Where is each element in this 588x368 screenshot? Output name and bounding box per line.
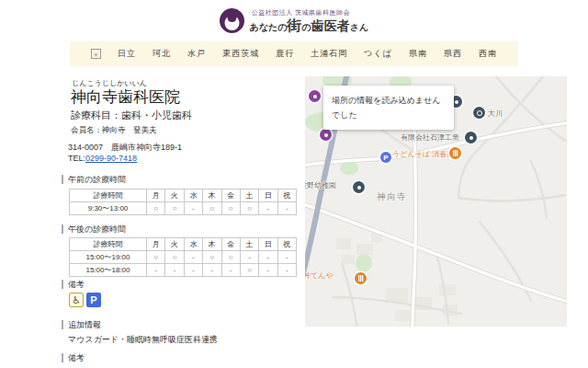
additional-info-text: マウスガード・睡眠時無呼吸症医科連携 (68, 335, 299, 344)
mark-cell: - (221, 264, 240, 277)
map-label-udon: うどんそば 清春屋 (392, 149, 454, 159)
section-remarks2-title: 備考 (68, 353, 85, 362)
section-remarks-2: 備考 (62, 353, 299, 362)
mark-cell: ○ (221, 202, 240, 215)
brand-title: あなたの街の歯医者さん (250, 18, 369, 33)
section-remarks-title: 備考 (68, 280, 85, 289)
section-bar (62, 320, 63, 329)
landmark-poi-icon[interactable] (320, 129, 332, 141)
mark-cell: ○ (240, 264, 258, 277)
nav-item-kensei[interactable]: 県西 (444, 48, 462, 60)
site-logo[interactable]: 公益社団法人 茨城県歯科医師会 あなたの街の歯医者さん (220, 8, 369, 33)
map-canvas[interactable]: 場所の情報を読み込めません でした P P 波野小 大川 有限会社石津工業 うど… (305, 76, 567, 327)
nav-item-tsukuba[interactable]: つくば (364, 48, 392, 60)
section-bar (62, 280, 63, 289)
brand-no: の (302, 23, 311, 32)
clinic-address: 314-0007 鹿嶋市神向寺189-1 (68, 143, 299, 152)
nav-item-tsuchiura-ishioka[interactable]: 土浦石岡 (311, 48, 347, 60)
mark-cell: ○ (203, 202, 221, 215)
mark-cell: - (259, 264, 277, 277)
clinic-tel-row: TEL:0299-90-7418 (68, 154, 299, 163)
clinic-info: じんこうじしかいいん 神向寺歯科医院 診療科目：歯科・小児歯科 会員名：神向寺 … (62, 79, 299, 362)
section-bar (62, 224, 63, 234)
mark-cell: - (240, 251, 258, 264)
site-header: 公益社団法人 茨城県歯科医師会 あなたの街の歯医者さん (0, 0, 588, 41)
restaurant-poi-icon[interactable] (449, 147, 461, 159)
nav-item-seinan[interactable]: 西南 (479, 48, 497, 60)
col-header-time: 診療時間 (70, 190, 147, 202)
col-header-thu: 木 (203, 190, 221, 202)
mark-cell: - (259, 202, 277, 215)
mark-cell: - (203, 264, 221, 277)
col-header-wed: 水 (184, 190, 202, 202)
time-cell: 9:30〜13:00 (70, 202, 147, 215)
map-label-locality: 神向寺 (377, 191, 407, 203)
col-header-mon: 月 (147, 190, 165, 202)
table-row: 15:00〜19:00 ○ ○ - ○ ○ - - - (70, 251, 297, 264)
mark-cell: - (184, 202, 202, 215)
col-header-tue: 火 (165, 238, 184, 251)
broken-image-icon[interactable]: ✕ (91, 49, 101, 59)
mark-cell: ○ (147, 251, 165, 264)
col-header-tue: 火 (165, 190, 184, 202)
section-bar (62, 175, 63, 184)
map-label-kindergarten: 波野幼稚園 (305, 180, 336, 190)
tooltip-line-1: 場所の情報を読み込めません (332, 93, 446, 108)
col-header-fri: 金 (221, 190, 240, 202)
company-poi-icon[interactable] (465, 132, 477, 144)
section-additional-info: 追加情報 (62, 320, 299, 329)
time-cell: 15:00〜19:00 (70, 251, 147, 264)
nav-item-hitachi[interactable]: 日立 (118, 48, 136, 60)
restaurant-poi-icon[interactable] (355, 272, 367, 284)
section-additional-title: 追加情報 (68, 320, 101, 329)
brand-san: さん (350, 23, 368, 32)
mark-cell: ○ (165, 251, 184, 264)
parking-poi-icon[interactable]: P (380, 152, 391, 163)
map-label-okawa: 大川 (488, 109, 503, 119)
map-error-tooltip: 場所の情報を読み込めません でした (323, 86, 454, 130)
tooth-logo-icon (220, 8, 244, 33)
morning-hours-table: 診療時間 月 火 水 木 金 土 日 祝 9:30〜13:00 ○ ○ - ○ … (69, 189, 297, 215)
tooltip-line-2: でした (332, 108, 446, 122)
okawa-poi-icon[interactable] (473, 107, 485, 119)
col-header-time: 診療時間 (70, 238, 147, 251)
mark-cell: ○ (147, 202, 165, 215)
map-label-company: 有限会社石津工業 (401, 132, 459, 143)
mark-cell: - (277, 264, 296, 277)
col-header-sun: 日 (259, 190, 277, 202)
nav-item-kennan[interactable]: 県南 (409, 48, 427, 60)
parking-available-icon: P (86, 293, 101, 307)
mark-cell: ○ (203, 251, 221, 264)
tel-link[interactable]: 0299-90-7418 (85, 154, 137, 163)
col-header-sat: 土 (240, 238, 258, 251)
col-header-fri: 金 (221, 238, 240, 251)
map-poi-icon[interactable] (309, 90, 321, 102)
mark-cell: - (147, 264, 165, 277)
table-row: 15:00〜18:00 - - - - - ○ - - (70, 264, 297, 277)
col-header-hol: 祝 (277, 190, 296, 202)
mark-cell: ○ (165, 202, 184, 215)
nav-item-kahoku[interactable]: 珂北 (153, 48, 171, 60)
brand-haisha: 歯医者 (311, 19, 350, 32)
nav-item-mito[interactable]: 水戸 (187, 48, 206, 60)
org-name: 公益社団法人 茨城県歯科医師会 (252, 8, 369, 17)
mark-cell: - (184, 264, 202, 277)
facility-icons: ♿ P (69, 293, 299, 308)
map-label-tenya: 天丼てんや (305, 270, 334, 281)
brand-machi: 街 (288, 18, 302, 33)
mark-cell: ○ (221, 251, 240, 264)
nav-item-tozai-ibaraki[interactable]: 東西茨城 (222, 48, 259, 60)
col-header-wed: 水 (184, 238, 202, 251)
section-remarks: 備考 (62, 280, 299, 289)
clinic-member-name: 会員名：神向寺 登美夫 (71, 125, 299, 134)
kindergarten-poi-icon[interactable] (353, 181, 365, 193)
region-nav: ✕ 日立 珂北 水戸 東西茨城 鹿行 土浦石岡 つくば 県南 県西 西南 (70, 41, 518, 66)
col-header-thu: 木 (203, 238, 221, 251)
col-header-sun: 日 (259, 238, 277, 251)
section-bar (62, 353, 63, 362)
col-header-sat: 土 (240, 190, 258, 202)
table-header-row: 診療時間 月 火 水 木 金 土 日 祝 (70, 190, 297, 202)
section-afternoon-title: 午後の診療時間 (68, 224, 126, 234)
nav-item-rokko[interactable]: 鹿行 (276, 48, 294, 60)
section-morning-hours: 午前の診療時間 (62, 175, 299, 184)
